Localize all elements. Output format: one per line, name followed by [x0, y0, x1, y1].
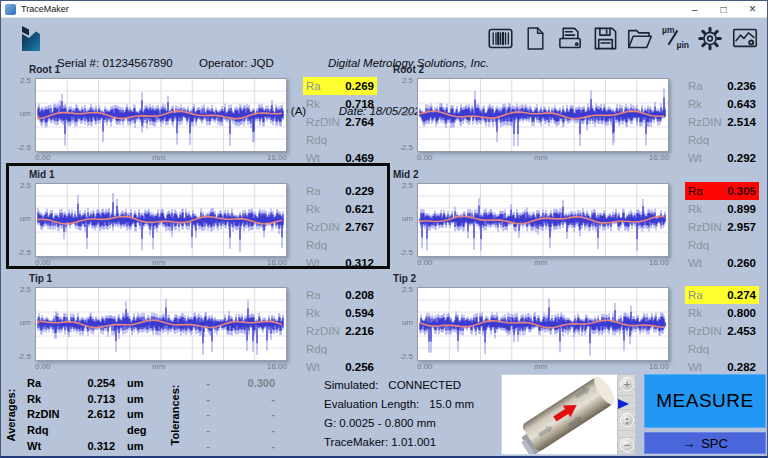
- param-row-ra: Ra0.305: [685, 182, 759, 200]
- profile-plot: [417, 78, 669, 152]
- connection-status: CONNECTED: [388, 376, 461, 395]
- status-block: Simulated:CONNECTED Evaluation Length:15…: [324, 376, 474, 452]
- param-row-rdq: Rdq: [303, 340, 377, 358]
- toolbar: µm µin: [486, 23, 759, 53]
- panel-mid-1[interactable]: Mid 1 2.5um-2.5 0.00mm16.00 Ra0.229 Rk0.…: [9, 166, 387, 266]
- param-row-rzdin: RzDIN2.764: [303, 113, 377, 131]
- param-row-rzdin: RzDIN2.216: [303, 322, 377, 340]
- param-row-rzdin: RzDIN2.514: [685, 113, 759, 131]
- parameter-readouts: Ra0.269 Rk0.718 RzDIN2.764 Rdq Wt0.469: [303, 77, 377, 167]
- averages-table: Ra0.254um Rk0.713um RzDIN2.612um Rdqdeg …: [27, 375, 149, 454]
- arrow-right-icon: →: [682, 436, 695, 451]
- param-row-rk: Rk0.718: [303, 95, 377, 113]
- window-title: TraceMaker: [21, 4, 69, 14]
- param-row-rzdin: RzDIN2.957: [685, 218, 759, 236]
- panel-title: Mid 1: [29, 169, 387, 180]
- panel-mid-2[interactable]: Mid 2 2.5um-2.5 0.00mm16.00 Ra0.305 Rk0.…: [391, 166, 763, 266]
- panel-title: Tip 2: [393, 273, 763, 284]
- param-row-rdq: Rdq: [685, 340, 759, 358]
- measure-button[interactable]: MEASURE: [644, 374, 766, 428]
- profile-plot: [35, 78, 287, 152]
- print-icon[interactable]: [556, 23, 584, 53]
- averages-label: Averages:: [5, 374, 19, 456]
- tracemaker-window: TraceMaker – □ × Serial #: 01234567890 P…: [0, 0, 768, 458]
- spc-button-label: SPC: [701, 436, 728, 451]
- param-row-ra: Ra0.274: [685, 286, 759, 304]
- param-row-rk: Rk0.594: [303, 304, 377, 322]
- parameter-readouts: Ra0.229 Rk0.621 RzDIN2.767 Rdq Wt0.312: [303, 182, 377, 272]
- chart-settings-icon[interactable]: [731, 23, 759, 53]
- g-range: G: 0.0025 - 0.800 mm: [324, 414, 436, 433]
- param-row-wt: Wt0.292: [685, 149, 759, 167]
- param-row-ra: Ra0.269: [303, 77, 377, 95]
- panel-tip-1[interactable]: Tip 1 2.5um-2.5 0.00mm16.00 Ra0.208 Rk0.…: [9, 270, 387, 370]
- panel-root-2[interactable]: Root 2 2.5um-2.5 0.00mm16.00 Ra0.236 Rk0…: [391, 61, 763, 161]
- units-um-uin-icon[interactable]: µm µin: [661, 25, 689, 51]
- param-row-rk: Rk0.643: [685, 95, 759, 113]
- tolerances-table: -0.300 -- -- -- --: [189, 375, 275, 454]
- param-row-ra: Ra0.236: [685, 77, 759, 95]
- minimize-button[interactable]: –: [680, 1, 709, 18]
- open-folder-icon[interactable]: [626, 23, 654, 53]
- app-icon: [5, 4, 16, 15]
- param-row-ra: Ra0.208: [303, 286, 377, 304]
- profile-plot: [35, 183, 287, 257]
- evaluation-length-value: 15.0 mm: [429, 395, 474, 414]
- param-row-wt: Wt0.469: [303, 149, 377, 167]
- panel-title: Root 1: [29, 64, 387, 75]
- speed-slider[interactable]: + ▲▼ −: [617, 374, 636, 455]
- param-row-rdq: Rdq: [685, 131, 759, 149]
- param-row-rk: Rk0.621: [303, 200, 377, 218]
- parameter-readouts: Ra0.208 Rk0.594 RzDIN2.216 Rdq Wt0.256: [303, 286, 377, 376]
- parameter-readouts: Ra0.236 Rk0.643 RzDIN2.514 Rdq Wt0.292: [685, 77, 759, 167]
- param-row-rdq: Rdq: [303, 236, 377, 254]
- simulated-label: Simulated:: [324, 376, 378, 395]
- slider-pointer-icon: [618, 399, 629, 409]
- panel-title: Root 2: [393, 64, 763, 75]
- save-icon[interactable]: [591, 23, 619, 53]
- maximize-button[interactable]: □: [709, 1, 738, 18]
- digital-metrology-logo: [18, 25, 44, 53]
- param-row-wt: Wt0.256: [303, 358, 377, 376]
- profile-plot: [417, 183, 669, 257]
- slider-minus-button[interactable]: −: [620, 438, 634, 452]
- parameter-readouts: Ra0.274 Rk0.800 RzDIN2.453 Rdq Wt0.282: [685, 286, 759, 376]
- settings-gear-icon[interactable]: [696, 23, 724, 53]
- panel-root-1[interactable]: Root 1 2.5um-2.5 0.00mm16.00 Ra0.269 Rk0…: [9, 61, 387, 161]
- parameter-readouts: Ra0.305 Rk0.899 RzDIN2.957 Rdq Wt0.260: [685, 182, 759, 272]
- panel-title: Tip 1: [29, 273, 387, 284]
- spc-button[interactable]: → SPC: [644, 432, 766, 454]
- profile-plot: [417, 287, 669, 361]
- param-row-rdq: Rdq: [685, 236, 759, 254]
- header-bar: Serial #: 01234567890 Part #: AAABBBCCCD…: [1, 18, 767, 62]
- param-row-rzdin: RzDIN2.453: [685, 322, 759, 340]
- barcode-icon[interactable]: [486, 23, 514, 53]
- param-row-rdq: Rdq: [303, 131, 377, 149]
- panel-title: Mid 2: [393, 169, 763, 180]
- param-row-rk: Rk0.899: [685, 200, 759, 218]
- tolerances-label: Tolerances:: [169, 374, 183, 456]
- param-row-ra: Ra0.229: [303, 182, 377, 200]
- profile-plot: [35, 287, 287, 361]
- new-document-icon[interactable]: [521, 23, 549, 53]
- slider-thumb[interactable]: ▲▼: [620, 413, 634, 427]
- probe-image: [501, 374, 625, 455]
- title-bar: TraceMaker – □ ×: [1, 1, 767, 18]
- panel-tip-2[interactable]: Tip 2 2.5um-2.5 0.00mm16.00 Ra0.274 Rk0.…: [391, 270, 763, 370]
- software-version: TraceMaker: 1.01.001: [324, 433, 436, 452]
- param-row-rk: Rk0.800: [685, 304, 759, 322]
- param-row-rzdin: RzDIN2.767: [303, 218, 377, 236]
- evaluation-length-label: Evaluation Length:: [324, 395, 419, 414]
- slider-plus-button[interactable]: +: [620, 377, 634, 391]
- close-button[interactable]: ×: [738, 1, 767, 18]
